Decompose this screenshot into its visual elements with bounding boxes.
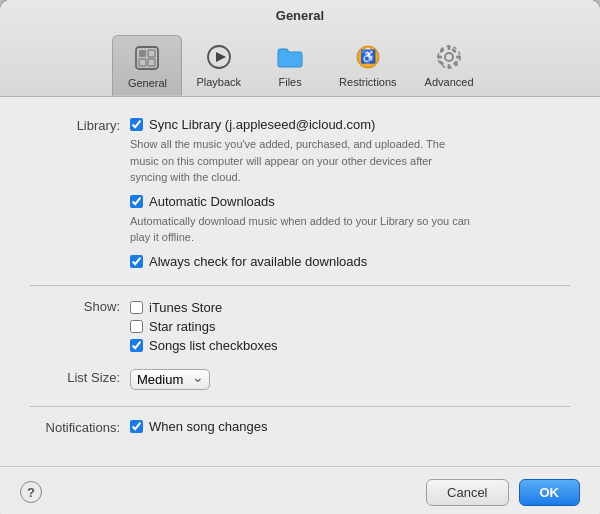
files-icon <box>274 41 306 73</box>
content-area: Library: Sync Library (j.appleseed@iclou… <box>0 97 600 466</box>
list-size-label: List Size: <box>30 369 130 385</box>
svg-rect-4 <box>148 59 155 66</box>
advanced-icon <box>433 41 465 73</box>
list-size-select-wrapper: Small Medium Large <box>130 369 210 390</box>
notifications-content: When song changes <box>130 419 570 438</box>
divider-1 <box>30 285 570 286</box>
auto-downloads-checkbox[interactable] <box>130 195 143 208</box>
star-ratings-row: Star ratings <box>130 319 570 334</box>
general-icon <box>131 42 163 74</box>
tab-general-label: General <box>128 77 167 89</box>
tab-playback[interactable]: Playback <box>182 35 255 96</box>
svg-rect-1 <box>139 50 146 57</box>
help-button[interactable]: ? <box>20 481 42 503</box>
svg-marker-6 <box>216 52 226 62</box>
svg-text:♿: ♿ <box>360 48 377 65</box>
window-title: General <box>0 8 600 23</box>
svg-rect-17 <box>439 48 445 54</box>
tab-files[interactable]: Files <box>255 35 325 96</box>
footer-buttons: Cancel OK <box>426 479 580 506</box>
ok-button[interactable]: OK <box>519 479 581 506</box>
when-song-changes-checkbox[interactable] <box>130 420 143 433</box>
svg-rect-13 <box>448 45 451 50</box>
tab-general[interactable]: General <box>112 35 182 96</box>
auto-downloads-label: Automatic Downloads <box>149 194 275 209</box>
list-size-select[interactable]: Small Medium Large <box>130 369 210 390</box>
sync-library-label: Sync Library (j.appleseed@icloud.com) <box>149 117 375 132</box>
svg-point-11 <box>445 53 453 61</box>
library-label: Library: <box>30 117 130 133</box>
when-song-changes-row: When song changes <box>130 419 570 434</box>
itunes-store-label: iTunes Store <box>149 300 222 315</box>
toolbar: General Playback File <box>0 31 600 96</box>
auto-downloads-description: Automatically download music when added … <box>130 213 470 246</box>
itunes-store-row: iTunes Store <box>130 300 570 315</box>
tab-playback-label: Playback <box>196 76 241 88</box>
library-description: Show all the music you've added, purchas… <box>130 136 470 186</box>
footer: ? Cancel OK <box>0 466 600 515</box>
show-content: iTunes Store Star ratings Songs list che… <box>130 300 570 357</box>
preferences-window: General General <box>0 0 600 514</box>
svg-rect-3 <box>139 59 146 66</box>
always-check-checkbox[interactable] <box>130 255 143 268</box>
library-section: Library: Sync Library (j.appleseed@iclou… <box>30 117 570 273</box>
notifications-label: Notifications: <box>30 419 130 435</box>
notifications-section: Notifications: When song changes <box>30 419 570 438</box>
svg-rect-15 <box>437 56 442 59</box>
cancel-button[interactable]: Cancel <box>426 479 508 506</box>
songs-list-checkboxes-label: Songs list checkboxes <box>149 338 278 353</box>
list-size-dropdown-row: Small Medium Large <box>130 369 570 390</box>
tab-restrictions[interactable]: ♿ Restrictions <box>325 35 410 96</box>
when-song-changes-label: When song changes <box>149 419 268 434</box>
svg-rect-16 <box>456 56 461 59</box>
library-content: Sync Library (j.appleseed@icloud.com) Sh… <box>130 117 570 273</box>
always-check-label: Always check for available downloads <box>149 254 367 269</box>
playback-icon <box>203 41 235 73</box>
titlebar: General General <box>0 0 600 97</box>
itunes-store-checkbox[interactable] <box>130 301 143 314</box>
tab-advanced[interactable]: Advanced <box>411 35 488 96</box>
show-label: Show: <box>30 298 130 314</box>
star-ratings-checkbox[interactable] <box>130 320 143 333</box>
sync-library-row: Sync Library (j.appleseed@icloud.com) <box>130 117 570 132</box>
auto-downloads-row: Automatic Downloads <box>130 194 570 209</box>
tab-advanced-label: Advanced <box>425 76 474 88</box>
songs-list-checkboxes-row: Songs list checkboxes <box>130 338 570 353</box>
svg-rect-2 <box>148 50 155 57</box>
tab-files-label: Files <box>278 76 301 88</box>
songs-list-checkboxes-checkbox[interactable] <box>130 339 143 352</box>
show-section: Show: iTunes Store Star ratings Songs li… <box>30 298 570 357</box>
list-size-content: Small Medium Large <box>130 369 570 394</box>
restrictions-icon: ♿ <box>352 41 384 73</box>
divider-2 <box>30 406 570 407</box>
always-check-row: Always check for available downloads <box>130 254 570 269</box>
tab-restrictions-label: Restrictions <box>339 76 396 88</box>
svg-rect-14 <box>448 64 451 69</box>
star-ratings-label: Star ratings <box>149 319 215 334</box>
list-size-section: List Size: Small Medium Large <box>30 369 570 394</box>
sync-library-checkbox[interactable] <box>130 118 143 131</box>
